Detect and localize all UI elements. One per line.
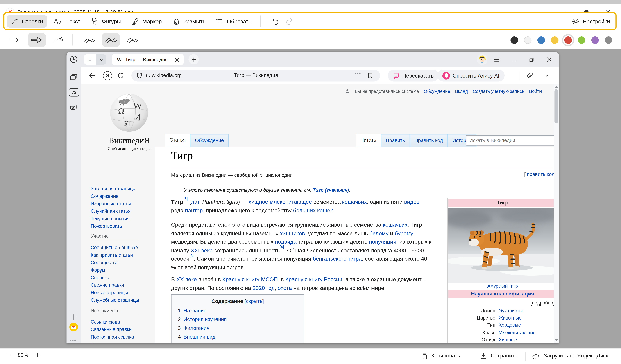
tag-icon[interactable]	[526, 72, 533, 79]
wiki-tab[interactable]: Статья	[165, 134, 190, 147]
wiki-inline-link[interactable]: [6]	[190, 253, 194, 258]
wiki-nav-item[interactable]: Новые страницы	[91, 289, 139, 297]
wiki-nav-item[interactable]: Пожертвовать	[91, 223, 135, 230]
color-swatch-yellow[interactable]	[551, 36, 558, 44]
toc-hide-link[interactable]: скрыть	[246, 298, 262, 304]
back-icon[interactable]	[88, 72, 95, 79]
wiki-nav-item[interactable]: Ссылки сюда	[91, 318, 138, 326]
toc-item[interactable]: 1Название	[178, 306, 304, 315]
wiki-inline-link[interactable]: кошачьих	[342, 199, 367, 205]
scroll-up-arrow[interactable]	[555, 86, 558, 88]
wiki-inline-link[interactable]: бенгальского тигра	[313, 255, 362, 262]
wiki-tab[interactable]: Обсуждение	[190, 134, 228, 147]
bookmark-icon[interactable]	[367, 72, 373, 79]
wiki-nav-item[interactable]: Случайная статья	[91, 207, 135, 215]
wiki-search-box[interactable]	[466, 135, 554, 145]
zoom-in-button[interactable]	[34, 352, 40, 358]
tiger-photo[interactable]	[448, 207, 554, 283]
wiki-inline-link[interactable]: охота	[277, 285, 292, 291]
reload-icon[interactable]	[117, 72, 124, 79]
wiki-nav-item[interactable]: Справка	[91, 274, 139, 282]
wiki-nav-item[interactable]: Сообщить об ошибке	[91, 244, 139, 252]
wiki-nav-item[interactable]: Заглавная страница	[91, 185, 135, 192]
tab-close-icon[interactable]	[175, 57, 179, 62]
edit-source-link[interactable]: [ править код ]	[524, 172, 554, 177]
wiki-inline-link[interactable]: хищное млекопитающее	[249, 199, 312, 205]
settings-button[interactable]: Настройки	[572, 17, 610, 25]
toc-item[interactable]: 2История изучения	[178, 315, 304, 324]
wiki-nav-item[interactable]: Текущие события	[91, 215, 135, 223]
color-swatch-black[interactable]	[510, 36, 518, 44]
page-scrollbar[interactable]	[554, 84, 559, 343]
wiki-inline-link[interactable]: подвида	[275, 238, 296, 245]
browser-close-button[interactable]	[546, 56, 552, 63]
save-button[interactable]: Сохранить	[480, 352, 517, 359]
user-link-login[interactable]: Войти	[529, 89, 542, 94]
copy-button[interactable]: Копировать	[421, 352, 460, 359]
wiki-inline-link[interactable]: лат.	[191, 199, 201, 205]
screenshot-tool-icon[interactable]	[69, 103, 78, 112]
wiki-nav-item[interactable]: Служебные страницы	[91, 297, 139, 304]
upload-to-disk-button[interactable]: Загрузить на Яндекс Диск	[531, 352, 608, 359]
wiki-nav-item[interactable]: Связанные правки	[91, 326, 138, 333]
tool-marker[interactable]: Маркер	[127, 15, 166, 28]
wiki-nav-item[interactable]: Сведения о странице	[91, 341, 138, 343]
feed-panel-icon[interactable]	[69, 73, 78, 82]
browser-minimize-button[interactable]	[511, 56, 518, 63]
arrow-style-dotted[interactable]	[49, 33, 67, 47]
more-options-icon[interactable]: •••	[70, 337, 76, 343]
tool-text[interactable]: Aa Текст	[49, 15, 84, 28]
wiki-inline-link[interactable]: видов	[404, 199, 419, 205]
wiki-nav-item[interactable]: Свежие правки	[91, 282, 139, 289]
stroke-width-thin[interactable]	[80, 33, 99, 47]
color-swatch-gray[interactable]	[605, 36, 612, 44]
user-link-create-account[interactable]: Создать учётную запись	[473, 89, 524, 94]
wiki-inline-link[interactable]: бурому	[395, 230, 413, 236]
color-swatch-green[interactable]	[578, 36, 585, 44]
new-tab-button[interactable]	[189, 54, 199, 64]
wiki-inline-link[interactable]: белому	[369, 230, 389, 236]
browser-menu-icon[interactable]	[494, 56, 500, 63]
taxobox-classification-header[interactable]: Научная классификация	[448, 290, 554, 298]
wiki-search-input[interactable]	[468, 136, 554, 144]
retell-button[interactable]: Пересказать	[388, 70, 439, 81]
wiki-nav-item[interactable]: Содержание	[91, 192, 135, 200]
add-panel-icon[interactable]	[69, 313, 78, 321]
browser-tab-active[interactable]: W Тигр — Википедия	[112, 54, 184, 65]
wiki-inline-link[interactable]: популяций	[369, 238, 396, 245]
toc-item[interactable]: 3Филогения	[178, 324, 304, 332]
user-link-contrib[interactable]: Вклад	[455, 89, 468, 94]
color-swatch-purple[interactable]	[591, 36, 599, 44]
wiki-inline-link[interactable]: пантер	[185, 207, 203, 213]
color-swatch-red-selected[interactable]	[564, 36, 572, 44]
tool-shapes[interactable]: Фигуры	[87, 15, 125, 28]
stroke-width-medium[interactable]	[102, 33, 120, 47]
arrow-style-plain[interactable]	[6, 33, 25, 47]
editor-canvas[interactable]: 72 ••• 1 W Тигр — Википедия	[0, 49, 621, 348]
tab-counter[interactable]: 1	[84, 54, 106, 65]
wiki-inline-link[interactable]: [5]	[183, 197, 188, 201]
wiki-tab[interactable]: Читать	[356, 134, 381, 147]
wiki-inline-link[interactable]: [4]	[280, 245, 284, 249]
wikipedia-logo[interactable]: W И Ω 維 ウィ ВикипедиЯ Свободная энциклопе…	[99, 91, 159, 151]
tool-crop[interactable]: Обрезать	[212, 15, 255, 28]
zoom-out-button[interactable]	[6, 352, 12, 358]
wiki-nav-item[interactable]: Постоянная ссылка	[91, 333, 138, 341]
yandex-services-icon[interactable]: Я	[103, 71, 112, 80]
toc-item[interactable]: 5Распространение	[178, 341, 304, 343]
wiki-inline-link[interactable]: Красную книгу России	[285, 276, 342, 283]
profile-avatar[interactable]	[477, 54, 487, 65]
wiki-inline-link[interactable]: Красную книгу МСОП	[222, 276, 278, 283]
wiki-inline-link[interactable]: XXI века	[191, 247, 213, 253]
scrollbar-thumb[interactable]	[554, 89, 558, 123]
wiki-inline-link[interactable]: хищников	[280, 230, 305, 236]
ask-alice-button[interactable]: Спросить Алису AI	[437, 70, 504, 81]
yandex-mail-icon[interactable]	[69, 323, 78, 332]
tool-arrows[interactable]: Стрелки	[7, 15, 47, 28]
download-icon[interactable]	[543, 72, 551, 79]
scroll-down-arrow[interactable]	[555, 339, 558, 341]
stroke-width-thick[interactable]	[123, 33, 141, 47]
wiki-tab[interactable]: Править	[381, 134, 410, 147]
toc-item[interactable]: 4Внешний вид	[178, 332, 304, 341]
tool-blur[interactable]: Размыть	[168, 15, 209, 28]
